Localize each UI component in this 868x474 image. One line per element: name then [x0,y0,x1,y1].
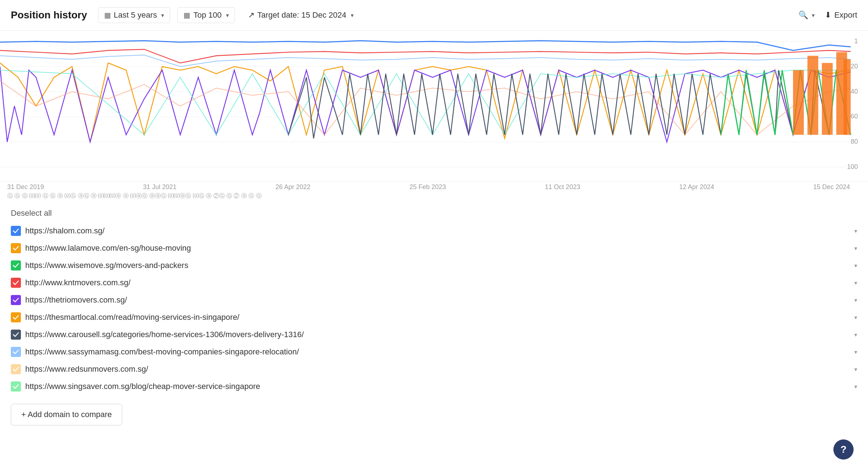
target-date-label: Target date: 15 Dec 2024 [257,10,346,20]
target-date-chevron: ▾ [351,12,354,19]
domain-chevron-icon[interactable]: ▾ [854,245,857,252]
domain-url: https://www.sassymamasg.com/best-moving-… [25,347,850,357]
svg-text:80: 80 [851,138,858,145]
domain-checkbox[interactable] [11,243,21,253]
domain-list-item[interactable]: https://shalom.com.sg/ ▾ [11,222,857,240]
svg-rect-7 [807,56,818,135]
time-filter-label: Last 5 years [114,10,157,20]
domain-chevron-icon[interactable]: ▾ [854,383,857,390]
add-domain-button[interactable]: + Add domain to compare [11,404,122,425]
svg-text:20: 20 [851,63,858,70]
chart-area: 1 20 40 60 80 100 [0,31,868,182]
domain-list-item[interactable]: https://www.sassymamasg.com/best-moving-… [11,343,857,361]
domain-list-item[interactable]: https://thesmartlocal.com/read/moving-se… [11,309,857,326]
svg-rect-8 [822,63,833,135]
header: Position history ▦ Last 5 years ▾ ▦ Top … [0,0,868,31]
domain-list-item[interactable]: https://www.lalamove.com/en-sg/house-mov… [11,240,857,257]
domain-url: https://www.redsunmovers.com.sg/ [25,365,850,374]
x-label-6: 12 Apr 2024 [679,183,714,191]
domain-url: https://thetriomovers.com.sg/ [25,295,850,305]
domain-chevron-icon[interactable]: ▾ [854,331,857,338]
svg-text:60: 60 [851,113,858,120]
x-label-3: 26 Apr 2022 [275,183,310,191]
domain-checkbox[interactable] [11,278,21,288]
top-filter-chevron: ▾ [226,12,229,19]
calendar-icon: ▦ [104,11,111,19]
domain-checkbox[interactable] [11,347,21,357]
svg-text:1: 1 [854,37,858,45]
domain-chevron-icon[interactable]: ▾ [854,366,857,373]
domain-url: https://www.lalamove.com/en-sg/house-mov… [25,243,850,253]
domain-chevron-icon[interactable]: ▾ [854,262,857,269]
x-label-2: 31 Jul 2021 [143,183,177,191]
domain-url: https://thesmartlocal.com/read/moving-se… [25,313,850,322]
domain-url: http://www.kntmovers.com.sg/ [25,278,850,287]
domain-checkbox[interactable] [11,364,21,374]
domain-list-item[interactable]: https://thetriomovers.com.sg/ ▾ [11,291,857,309]
deselect-all-button[interactable]: Deselect all [0,203,868,221]
x-label-7: 15 Dec 2024 [813,183,850,191]
search-button[interactable]: 🔍 ▾ [796,8,818,23]
help-button[interactable]: ? [833,439,854,460]
export-button[interactable]: ⬇ Export [825,10,857,20]
domain-list-item[interactable]: https://www.singsaver.com.sg/blog/cheap-… [11,378,857,395]
position-chart: 1 20 40 60 80 100 [0,34,868,178]
domain-checkbox[interactable] [11,312,21,322]
export-icon: ⬇ [825,10,831,20]
svg-rect-10 [843,59,851,135]
domain-chevron-icon[interactable]: ▾ [854,314,857,321]
time-filter-chevron: ▾ [161,12,164,19]
algo-marker: Ⓖ Ⓖ Ⓖ ⒢⒢ Ⓖ Ⓖ ⓐ ⒢Ⓖ ⓐⒼ ⓐ ⒢⒢⒢ⓐ ⓐ ⒢ⓐⒼ ⓐⓐⒼ ⒢⒢… [7,192,262,200]
search-chevron: ▾ [812,12,815,19]
x-axis-labels: 31 Dec 2019 31 Jul 2021 26 Apr 2022 25 F… [0,182,868,191]
header-right: 🔍 ▾ ⬇ Export [796,8,857,23]
svg-text:100: 100 [847,163,858,170]
x-label-5: 11 Oct 2023 [545,183,580,191]
domain-checkbox[interactable] [11,226,21,236]
domain-list-item[interactable]: https://www.wisemove.sg/movers-and-packe… [11,257,857,274]
top-filter[interactable]: ▦ Top 100 ▾ [177,7,235,23]
domain-list: https://shalom.com.sg/ ▾https://www.lala… [0,221,868,397]
domain-checkbox[interactable] [11,260,21,270]
domain-chevron-icon[interactable]: ▾ [854,280,857,286]
target-date-control[interactable]: ↗ Target date: 15 Dec 2024 ▾ [242,8,359,23]
domain-url: https://www.wisemove.sg/movers-and-packe… [25,261,850,270]
trend-icon: ↗ [248,10,254,20]
domain-chevron-icon[interactable]: ▾ [854,228,857,234]
svg-rect-6 [793,70,804,135]
time-filter[interactable]: ▦ Last 5 years ▾ [98,7,170,23]
domain-checkbox[interactable] [11,295,21,305]
domain-url: https://www.carousell.sg/categories/home… [25,330,850,339]
search-icon: 🔍 [798,10,808,20]
domain-checkbox[interactable] [11,330,21,340]
x-label-4: 25 Feb 2023 [409,183,446,191]
domain-url: https://www.singsaver.com.sg/blog/cheap-… [25,382,850,391]
domain-checkbox[interactable] [11,381,21,392]
page-title: Position history [11,9,87,21]
domain-chevron-icon[interactable]: ▾ [854,349,857,356]
top-filter-label: Top 100 [193,10,221,20]
domain-list-item[interactable]: http://www.kntmovers.com.sg/ ▾ [11,274,857,291]
domain-list-item[interactable]: https://www.redsunmovers.com.sg/ ▾ [11,361,857,378]
algo-markers-row: Ⓖ Ⓖ Ⓖ ⒢⒢ Ⓖ Ⓖ ⓐ ⒢Ⓖ ⓐⒼ ⓐ ⒢⒢⒢ⓐ ⓐ ⒢ⓐⒼ ⓐⓐⒼ ⒢⒢… [0,191,868,203]
domain-url: https://shalom.com.sg/ [25,226,850,236]
x-label-1: 31 Dec 2019 [7,183,44,191]
svg-text:40: 40 [851,88,858,95]
domain-list-item[interactable]: https://www.carousell.sg/categories/home… [11,326,857,343]
grid-icon: ▦ [183,11,190,19]
domain-chevron-icon[interactable]: ▾ [854,297,857,304]
